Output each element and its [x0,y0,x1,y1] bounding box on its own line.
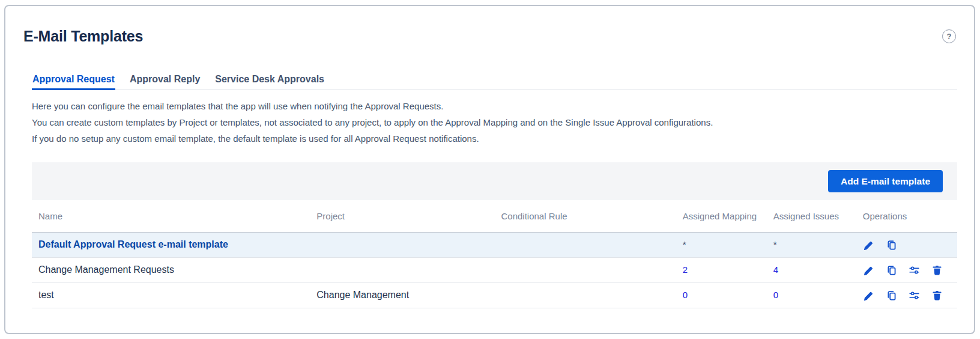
trash-icon[interactable] [931,264,943,276]
pencil-icon[interactable] [863,264,874,276]
description-line: You can create custom templates by Proje… [32,114,957,130]
description-block: Here you can configure the email templat… [32,98,957,147]
conditional-rule-cell [501,257,682,282]
trash-icon[interactable] [931,290,943,301]
email-templates-panel: E-Mail Templates ? Approval Request Appr… [4,5,975,334]
table-row: Default Approval Request e-mail template… [32,232,957,257]
operations-cell [863,264,957,276]
column-header-name: Name [32,200,316,232]
table-row: test Change Management 0 0 [32,282,957,308]
column-header-project: Project [316,200,501,232]
email-templates-table: Name Project Conditional Rule Assigned M… [32,200,957,308]
tab-approval-reply[interactable]: Approval Reply [129,73,201,90]
tab-approval-request[interactable]: Approval Request [32,73,115,90]
conditional-rule-cell [501,282,682,308]
column-header-conditional-rule: Conditional Rule [501,200,682,232]
table-header-row: Name Project Conditional Rule Assigned M… [32,200,957,232]
pencil-icon[interactable] [863,290,874,301]
conditional-rule-cell [501,232,682,257]
page-header: E-Mail Templates ? [5,6,974,45]
sliders-icon[interactable] [909,290,920,301]
description-line: If you do no setup any custom email temp… [32,130,957,147]
template-name: test [32,282,316,308]
add-email-template-button[interactable]: Add E-mail template [828,170,943,192]
main-content: Approval Request Approval Reply Service … [32,73,957,308]
assigned-issues-value: * [773,239,777,249]
operations-cell [863,290,957,301]
assigned-mapping-link[interactable]: 2 [683,264,688,275]
pencil-icon[interactable] [863,239,874,251]
tab-bar: Approval Request Approval Reply Service … [32,73,957,90]
copy-icon[interactable] [886,264,897,276]
column-header-assigned-mapping: Assigned Mapping [683,200,773,232]
assigned-mapping-link[interactable]: 0 [683,290,688,300]
template-name-link[interactable]: Default Approval Request e-mail template [38,239,228,249]
description-line: Here you can configure the email templat… [32,98,957,114]
assigned-issues-link[interactable]: 4 [773,264,778,275]
help-icon[interactable]: ? [942,29,956,43]
project-cell: Change Management [316,282,501,308]
assigned-mapping-value: * [683,239,686,249]
sliders-icon[interactable] [909,264,920,276]
table-row: Change Management Requests 2 4 [32,257,957,282]
table-toolbar: Add E-mail template [32,162,957,200]
assigned-issues-link[interactable]: 0 [773,290,778,300]
column-header-assigned-issues: Assigned Issues [773,200,863,232]
project-cell [316,232,501,257]
page-title: E-Mail Templates [23,28,143,45]
operations-cell [863,239,957,251]
tab-service-desk-approvals[interactable]: Service Desk Approvals [214,73,325,90]
project-cell [316,257,501,282]
copy-icon[interactable] [886,239,897,251]
column-header-operations: Operations [863,200,957,232]
template-name: Change Management Requests [32,257,316,282]
copy-icon[interactable] [886,290,897,301]
